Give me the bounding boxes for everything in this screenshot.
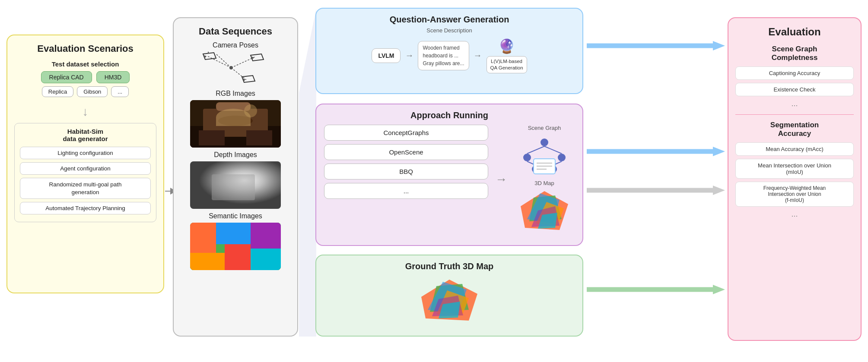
semantic-image-placeholder [190, 223, 281, 270]
down-arrow-icon: ↓ [14, 105, 156, 119]
arrow-approach-sg-to-eval [587, 147, 725, 156]
diagram: Evaluation Scenarios Test dataset select… [0, 0, 868, 362]
mean-iou-item: Mean Intersection over Union (mIoU) [735, 159, 854, 179]
qa-gen-label: L(V)LM-based QA Generation [486, 56, 527, 73]
segmentation-dots: ... [735, 210, 854, 219]
scene-desc-line2: headboard is ... [423, 52, 464, 60]
camera-poses-area [190, 52, 281, 86]
svg-line-2 [231, 57, 255, 68]
scene-description-box: Wooden framed headboard is ... Gray pill… [418, 41, 469, 70]
qa-flow-container: LVLM → Wooden framed headboard is ... Gr… [324, 38, 575, 73]
svg-point-32 [523, 154, 531, 161]
test-dataset-label: Test dataset selection [14, 60, 156, 68]
more-methods-btn[interactable]: ... [324, 183, 488, 199]
svg-line-36 [527, 146, 544, 154]
approach-running-box: Approach Running ConceptGraphs OpenScene… [315, 104, 583, 246]
random-path-item: Randomized multi-goal path generation [20, 178, 151, 199]
svg-line-3 [231, 68, 246, 80]
white-buttons-row: Replica Gibson ... [14, 86, 156, 97]
svg-rect-26 [251, 223, 281, 249]
connector-shape [299, 9, 316, 337]
bbq-btn[interactable]: BBQ [324, 164, 488, 179]
approach-methods-list: ConceptGraphs OpenScene BBQ ... [324, 125, 488, 199]
fw-miou-item: Frequency-Weighted Mean Intersection ove… [735, 182, 854, 207]
segmentation-accuracy-title: Segmentation Accuracy [735, 121, 854, 138]
svg-rect-29 [251, 249, 281, 270]
qa-gen-icon-box: 🔮 L(V)LM-based QA Generation [486, 38, 527, 73]
svg-rect-22 [212, 174, 255, 200]
svg-rect-25 [216, 223, 251, 244]
question-mark-icon: 🔮 [498, 38, 515, 54]
more-datasets-btn[interactable]: ... [111, 86, 129, 97]
depth-images-label: Depth Images [180, 151, 291, 159]
conceptgraphs-btn[interactable]: ConceptGraphs [324, 125, 488, 141]
svg-marker-30 [299, 9, 316, 337]
approach-inner-container: ConceptGraphs OpenScene BBQ ... → Scene … [324, 125, 575, 234]
svg-rect-18 [246, 130, 272, 145]
3d-map-svg [516, 189, 572, 234]
openscene-btn[interactable]: OpenScene [324, 144, 488, 160]
lighting-config-item: Lighting configuration [20, 147, 151, 159]
scene-desc-line1: Wooden framed [423, 44, 464, 52]
camera-poses-svg [190, 52, 272, 84]
eval-scenarios-box: Evaluation Scenarios Test dataset select… [6, 35, 164, 293]
svg-line-37 [544, 146, 562, 154]
gt-map-svg [415, 277, 484, 325]
captioning-accuracy-item: Captioning Accuracy [735, 66, 854, 80]
qa-generation-title: Question-Answer Generation [324, 15, 575, 25]
habitat-sim-title: Habitat-Sim data generator [20, 128, 151, 142]
scene-graph-label: Scene Graph [528, 125, 561, 131]
data-sequences-box: Data Sequences Camera Poses [173, 17, 298, 337]
rgb-images-label: RGB Images [180, 90, 291, 98]
agent-config-item: Agent configuration [20, 162, 151, 175]
ground-truth-box: Ground Truth 3D Map [315, 255, 583, 337]
svg-point-8 [229, 66, 233, 69]
arrow-gt-to-eval [587, 285, 725, 294]
svg-point-33 [558, 154, 566, 161]
flow-arrow-1: → [405, 50, 413, 60]
scene-graph-area: Scene Graph [514, 125, 575, 234]
ground-truth-title: Ground Truth 3D Map [405, 261, 493, 271]
replica-cad-btn[interactable]: Replica CAD [41, 71, 92, 83]
camera-poses-label: Camera Poses [180, 41, 291, 49]
scene-graph-completeness-title: Scene Graph Completness [735, 45, 854, 62]
habitat-sim-box: Habitat-Sim data generator Lighting conf… [14, 123, 156, 222]
existence-check-item: Existence Check [735, 83, 854, 96]
eval-scenarios-title: Evaluation Scenarios [14, 43, 156, 54]
mean-accuracy-item: Mean Accuracy (mAcc) [735, 142, 854, 156]
qa-generation-box: Question-Answer Generation Scene Descrip… [315, 8, 583, 94]
svg-rect-28 [225, 244, 251, 270]
map-3d-label: 3D Map [534, 180, 554, 186]
rgb-image-placeholder [190, 100, 281, 148]
lvlm-box: LVLM [372, 48, 401, 63]
svg-line-0 [207, 56, 231, 68]
arrow-approach-map-to-eval [587, 186, 725, 195]
scene-graph-dots: ... [735, 99, 854, 108]
method-to-graph-arrow: → [495, 173, 507, 186]
svg-line-1 [216, 54, 231, 68]
replica-btn[interactable]: Replica [42, 86, 73, 97]
gibson-btn[interactable]: Gibson [77, 86, 108, 97]
scene-desc-line3: Gray pillows are... [423, 60, 464, 67]
automated-trajectory-item: Automated Trajectory Planning [20, 202, 151, 214]
svg-rect-24 [190, 223, 216, 253]
arrow-qa-to-eval [587, 41, 725, 50]
data-sequences-title: Data Sequences [180, 26, 291, 37]
evaluation-title: Evaluation [735, 26, 854, 38]
evaluation-box: Evaluation Scene Graph Completness Capti… [728, 17, 862, 341]
svg-point-16 [218, 116, 253, 126]
svg-point-31 [541, 139, 548, 146]
depth-image-placeholder [190, 161, 281, 209]
svg-point-19 [244, 104, 257, 117]
green-buttons-row: Replica CAD HM3D [14, 71, 156, 83]
svg-rect-17 [199, 130, 225, 145]
svg-rect-27 [190, 253, 225, 270]
scene-graph-svg [514, 134, 575, 175]
eval-divider [735, 114, 854, 115]
hm3d-btn[interactable]: HM3D [96, 71, 130, 83]
semantic-images-label: Semantic Images [180, 212, 291, 220]
approach-title: Approach Running [324, 110, 575, 120]
flow-arrow-2: → [474, 50, 482, 60]
scene-description-subtitle: Scene Description [324, 27, 575, 34]
